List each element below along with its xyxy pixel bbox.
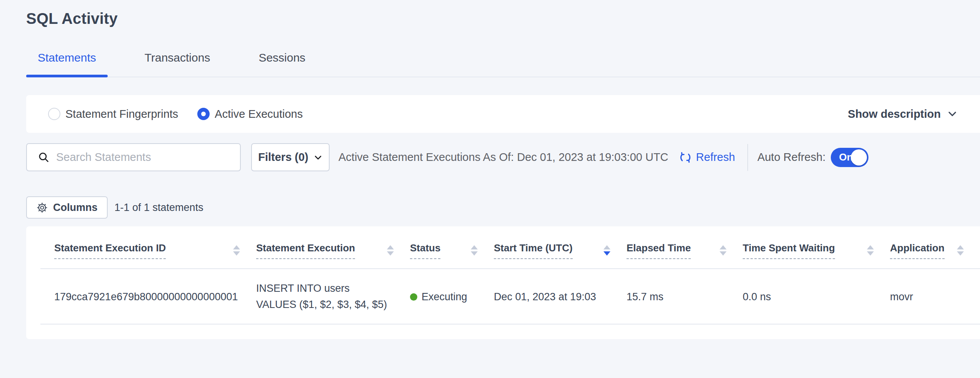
table-toolbar: Columns 1-1 of 1 statements [26, 196, 980, 219]
tab-statements[interactable]: Statements [26, 51, 108, 77]
auto-refresh-label: Auto Refresh: [757, 151, 825, 164]
sort-icon[interactable] [714, 245, 727, 256]
search-box[interactable] [26, 143, 241, 171]
statements-table: Statement Execution ID Statement Executi… [26, 226, 980, 339]
cell-time-spent-waiting: 0.0 ns [743, 269, 890, 324]
refresh-icon [678, 151, 692, 164]
column-header-statement-execution[interactable]: Statement Execution [256, 226, 410, 269]
sort-icon[interactable] [228, 245, 240, 256]
columns-label: Columns [53, 202, 98, 214]
status-dot-icon [410, 293, 417, 301]
refresh-label: Refresh [696, 151, 735, 164]
table-header-row: Statement Execution ID Statement Executi… [26, 226, 980, 269]
view-mode-card: Statement Fingerprints Active Executions… [26, 95, 980, 133]
cell-status: Executing [410, 269, 494, 324]
show-description-button[interactable]: Show description [848, 108, 958, 120]
search-icon [37, 151, 50, 164]
toggle-knob [851, 149, 867, 166]
sql-activity-page: SQL Activity Statements Transactions Ses… [0, 0, 980, 339]
tab-label: Sessions [258, 51, 305, 64]
column-header-time-spent-waiting[interactable]: Time Spent Waiting [743, 226, 890, 269]
column-header-start-time[interactable]: Start Time (UTC) [494, 226, 627, 269]
sort-icon[interactable] [465, 245, 478, 256]
radio-unchecked-icon [48, 108, 60, 120]
gear-icon [36, 202, 48, 214]
radio-statement-fingerprints[interactable]: Statement Fingerprints [48, 108, 178, 120]
tab-label: Statements [38, 51, 96, 64]
sort-icon[interactable] [862, 245, 874, 256]
columns-button[interactable]: Columns [26, 196, 108, 219]
cell-statement[interactable]: INSERT INTO users VALUES ($1, $2, $3, $4… [256, 269, 410, 324]
column-header-elapsed-time[interactable]: Elapsed Time [627, 226, 743, 269]
vertical-divider [747, 144, 748, 171]
controls-row: Filters (0) Active Statement Executions … [26, 143, 980, 171]
results-count: 1-1 of 1 statements [115, 202, 203, 214]
auto-refresh-toggle[interactable]: On [831, 148, 868, 167]
radio-checked-icon [197, 108, 210, 120]
filters-label: Filters (0) [258, 151, 308, 164]
refresh-button[interactable]: Refresh [678, 151, 735, 164]
chevron-down-icon [947, 109, 958, 119]
column-header-application[interactable]: Application [890, 226, 980, 269]
auto-refresh-control: Auto Refresh: On [757, 148, 868, 167]
column-header-statement-execution-id[interactable]: Statement Execution ID [54, 226, 256, 269]
radio-label: Active Executions [215, 108, 303, 120]
tab-sessions[interactable]: Sessions [247, 51, 317, 77]
cell-application: movr [890, 269, 980, 324]
sort-icon[interactable] [382, 245, 394, 256]
sort-icon[interactable] [952, 245, 964, 256]
cell-execution-id[interactable]: 179cca7921e679b80000000000000001 [54, 269, 256, 324]
tab-bar: Statements Transactions Sessions [26, 51, 980, 77]
radio-label: Statement Fingerprints [65, 108, 178, 120]
filters-button[interactable]: Filters (0) [251, 143, 330, 171]
search-input[interactable] [56, 151, 232, 164]
radio-active-executions[interactable]: Active Executions [197, 108, 303, 120]
cell-elapsed-time: 15.7 ms [627, 269, 743, 324]
show-description-label: Show description [848, 108, 941, 120]
chevron-down-icon [313, 153, 323, 162]
tab-label: Transactions [145, 51, 210, 64]
column-header-status[interactable]: Status [410, 226, 494, 269]
page-title: SQL Activity [26, 0, 980, 27]
tab-transactions[interactable]: Transactions [133, 51, 222, 77]
as-of-timestamp: Active Statement Executions As Of: Dec 0… [338, 151, 668, 164]
sort-icon[interactable] [598, 245, 610, 256]
status-label: Executing [422, 291, 467, 303]
table-row: 179cca7921e679b80000000000000001 INSERT … [26, 269, 980, 324]
cell-start-time: Dec 01, 2023 at 19:03 [494, 269, 627, 324]
